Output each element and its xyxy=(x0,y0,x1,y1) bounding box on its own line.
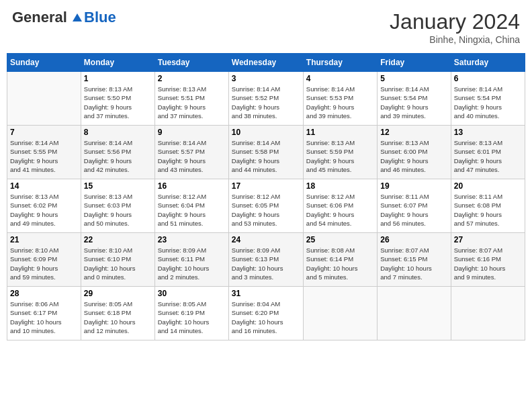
calendar-cell: 5Sunrise: 8:14 AMSunset: 5:54 PMDaylight… xyxy=(378,72,451,126)
calendar-cell: 10Sunrise: 8:14 AMSunset: 5:58 PMDayligh… xyxy=(228,126,303,179)
calendar-cell: 6Sunrise: 8:14 AMSunset: 5:54 PMDaylight… xyxy=(451,72,525,126)
day-number: 19 xyxy=(380,181,447,191)
calendar-cell: 16Sunrise: 8:12 AMSunset: 6:04 PMDayligh… xyxy=(154,179,228,233)
page-header: General Blue January 2024 Binhe, Ningxia… xyxy=(7,7,525,48)
day-number: 20 xyxy=(454,181,522,191)
day-info: Sunrise: 8:13 AMSunset: 5:59 PMDaylight:… xyxy=(306,138,374,174)
day-number: 4 xyxy=(306,74,374,83)
day-number: 2 xyxy=(158,74,226,83)
calendar-cell: 25Sunrise: 8:08 AMSunset: 6:14 PMDayligh… xyxy=(303,233,377,287)
calendar-cell: 30Sunrise: 8:05 AMSunset: 6:19 PMDayligh… xyxy=(154,287,228,340)
day-info: Sunrise: 8:13 AMSunset: 5:50 PMDaylight:… xyxy=(84,85,152,120)
calendar-cell: 9Sunrise: 8:14 AMSunset: 5:57 PMDaylight… xyxy=(154,126,228,179)
calendar-cell: 27Sunrise: 8:07 AMSunset: 6:16 PMDayligh… xyxy=(451,233,525,287)
col-header-saturday: Saturday xyxy=(451,54,525,72)
day-number: 5 xyxy=(380,74,447,83)
day-number: 12 xyxy=(380,128,447,137)
calendar-cell: 21Sunrise: 8:10 AMSunset: 6:09 PMDayligh… xyxy=(7,233,81,287)
day-info: Sunrise: 8:09 AMSunset: 6:11 PMDaylight:… xyxy=(158,246,226,281)
calendar-cell: 7Sunrise: 8:14 AMSunset: 5:55 PMDaylight… xyxy=(7,126,81,179)
day-number: 27 xyxy=(454,235,522,244)
col-header-sunday: Sunday xyxy=(7,54,81,72)
day-info: Sunrise: 8:14 AMSunset: 5:54 PMDaylight:… xyxy=(380,85,447,120)
day-number: 10 xyxy=(232,128,300,137)
day-info: Sunrise: 8:11 AMSunset: 6:08 PMDaylight:… xyxy=(454,192,522,228)
day-info: Sunrise: 8:10 AMSunset: 6:10 PMDaylight:… xyxy=(84,246,152,281)
day-info: Sunrise: 8:14 AMSunset: 5:54 PMDaylight:… xyxy=(454,85,522,120)
day-info: Sunrise: 8:13 AMSunset: 6:01 PMDaylight:… xyxy=(454,138,522,174)
calendar-cell: 4Sunrise: 8:14 AMSunset: 5:53 PMDaylight… xyxy=(303,72,377,126)
col-header-tuesday: Tuesday xyxy=(154,54,228,72)
col-header-wednesday: Wednesday xyxy=(228,54,303,72)
day-number: 21 xyxy=(10,235,78,244)
calendar-week-row: 21Sunrise: 8:10 AMSunset: 6:09 PMDayligh… xyxy=(7,233,525,287)
day-info: Sunrise: 8:14 AMSunset: 5:52 PMDaylight:… xyxy=(232,85,300,120)
day-number: 30 xyxy=(158,289,226,298)
day-number: 14 xyxy=(10,181,78,191)
title-block: January 2024 Binhe, Ningxia, China xyxy=(390,9,520,45)
calendar-cell: 15Sunrise: 8:13 AMSunset: 6:03 PMDayligh… xyxy=(81,179,154,233)
day-number: 6 xyxy=(454,74,522,83)
day-info: Sunrise: 8:14 AMSunset: 5:56 PMDaylight:… xyxy=(84,138,152,174)
logo-icon xyxy=(71,12,83,24)
svg-marker-0 xyxy=(73,13,82,21)
day-number: 9 xyxy=(158,128,226,137)
calendar-cell: 14Sunrise: 8:13 AMSunset: 6:02 PMDayligh… xyxy=(7,179,81,233)
calendar-cell: 13Sunrise: 8:13 AMSunset: 6:01 PMDayligh… xyxy=(451,126,525,179)
calendar-cell: 22Sunrise: 8:10 AMSunset: 6:10 PMDayligh… xyxy=(81,233,154,287)
calendar-header-row: SundayMondayTuesdayWednesdayThursdayFrid… xyxy=(7,54,525,72)
calendar-cell: 28Sunrise: 8:06 AMSunset: 6:17 PMDayligh… xyxy=(7,287,81,340)
day-number: 28 xyxy=(10,289,78,298)
calendar-cell: 8Sunrise: 8:14 AMSunset: 5:56 PMDaylight… xyxy=(81,126,154,179)
calendar-cell: 31Sunrise: 8:04 AMSunset: 6:20 PMDayligh… xyxy=(228,287,303,340)
day-number: 31 xyxy=(232,289,300,298)
day-info: Sunrise: 8:13 AMSunset: 6:02 PMDaylight:… xyxy=(10,192,78,228)
calendar-cell xyxy=(378,287,451,340)
calendar-week-row: 7Sunrise: 8:14 AMSunset: 5:55 PMDaylight… xyxy=(7,126,525,179)
calendar-cell xyxy=(303,287,377,340)
day-info: Sunrise: 8:07 AMSunset: 6:15 PMDaylight:… xyxy=(380,246,447,281)
day-number: 8 xyxy=(84,128,152,137)
month-title: January 2024 xyxy=(390,9,520,34)
calendar-cell: 24Sunrise: 8:09 AMSunset: 6:13 PMDayligh… xyxy=(228,233,303,287)
day-info: Sunrise: 8:13 AMSunset: 6:00 PMDaylight:… xyxy=(380,138,447,174)
calendar-cell: 19Sunrise: 8:11 AMSunset: 6:07 PMDayligh… xyxy=(378,179,451,233)
calendar-week-row: 28Sunrise: 8:06 AMSunset: 6:17 PMDayligh… xyxy=(7,287,525,340)
day-info: Sunrise: 8:04 AMSunset: 6:20 PMDaylight:… xyxy=(232,300,300,335)
calendar-cell: 23Sunrise: 8:09 AMSunset: 6:11 PMDayligh… xyxy=(154,233,228,287)
day-info: Sunrise: 8:05 AMSunset: 6:19 PMDaylight:… xyxy=(158,300,226,335)
day-info: Sunrise: 8:14 AMSunset: 5:58 PMDaylight:… xyxy=(232,138,300,174)
logo: General Blue xyxy=(12,9,116,26)
day-info: Sunrise: 8:12 AMSunset: 6:04 PMDaylight:… xyxy=(158,192,226,228)
logo-blue-text: Blue xyxy=(67,9,116,26)
logo-general-text: General xyxy=(12,9,67,26)
day-info: Sunrise: 8:13 AMSunset: 5:51 PMDaylight:… xyxy=(158,85,226,120)
day-info: Sunrise: 8:11 AMSunset: 6:07 PMDaylight:… xyxy=(380,192,447,228)
calendar-cell: 17Sunrise: 8:12 AMSunset: 6:05 PMDayligh… xyxy=(228,179,303,233)
day-info: Sunrise: 8:14 AMSunset: 5:57 PMDaylight:… xyxy=(158,138,226,174)
col-header-monday: Monday xyxy=(81,54,154,72)
calendar-cell: 1Sunrise: 8:13 AMSunset: 5:50 PMDaylight… xyxy=(81,72,154,126)
day-number: 26 xyxy=(380,235,447,244)
day-number: 17 xyxy=(232,181,300,191)
day-info: Sunrise: 8:14 AMSunset: 5:53 PMDaylight:… xyxy=(306,85,374,120)
day-number: 29 xyxy=(84,289,152,298)
day-number: 25 xyxy=(306,235,374,244)
day-info: Sunrise: 8:08 AMSunset: 6:14 PMDaylight:… xyxy=(306,246,374,281)
day-number: 15 xyxy=(84,181,152,191)
calendar-cell xyxy=(451,287,525,340)
day-info: Sunrise: 8:07 AMSunset: 6:16 PMDaylight:… xyxy=(454,246,522,281)
day-number: 24 xyxy=(232,235,300,244)
calendar-cell: 3Sunrise: 8:14 AMSunset: 5:52 PMDaylight… xyxy=(228,72,303,126)
day-number: 11 xyxy=(306,128,374,137)
calendar-cell: 12Sunrise: 8:13 AMSunset: 6:00 PMDayligh… xyxy=(378,126,451,179)
col-header-friday: Friday xyxy=(378,54,451,72)
day-info: Sunrise: 8:05 AMSunset: 6:18 PMDaylight:… xyxy=(84,300,152,335)
day-info: Sunrise: 8:09 AMSunset: 6:13 PMDaylight:… xyxy=(232,246,300,281)
col-header-thursday: Thursday xyxy=(303,54,377,72)
calendar-cell: 18Sunrise: 8:12 AMSunset: 6:06 PMDayligh… xyxy=(303,179,377,233)
calendar-cell xyxy=(7,72,81,126)
day-info: Sunrise: 8:13 AMSunset: 6:03 PMDaylight:… xyxy=(84,192,152,228)
location: Binhe, Ningxia, China xyxy=(390,34,520,45)
day-number: 22 xyxy=(84,235,152,244)
